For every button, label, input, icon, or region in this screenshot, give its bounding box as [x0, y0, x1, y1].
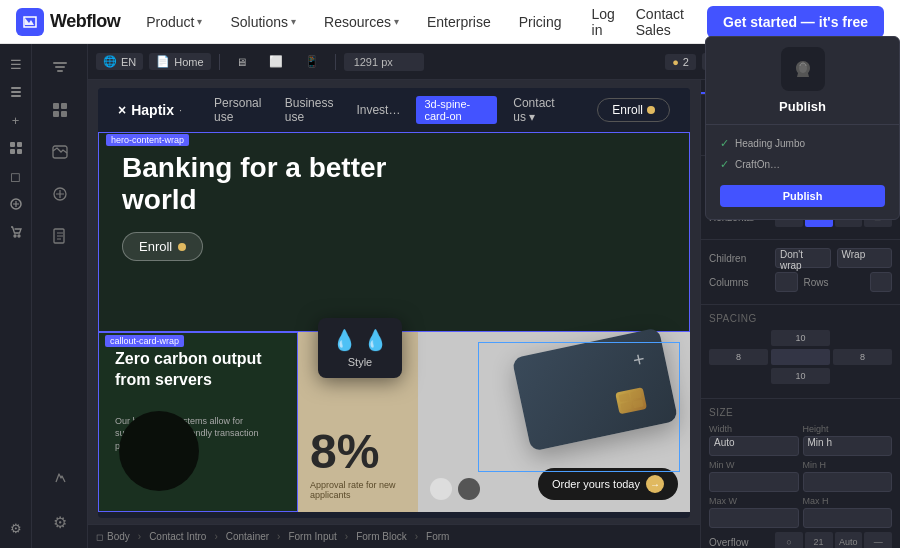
- dark-circle-decoration: [119, 411, 199, 491]
- panel-navigator[interactable]: [42, 52, 78, 88]
- svg-rect-5: [10, 149, 15, 154]
- size-height: Height Min h: [803, 424, 893, 456]
- panel-interactions[interactable]: [42, 462, 78, 498]
- publish-popup: Publish ✓ Heading Jumbo ✓ CraftOn… Publi…: [705, 80, 900, 220]
- bc-form-block[interactable]: Form Block: [356, 531, 407, 542]
- overflow-btn-4[interactable]: —: [864, 532, 892, 548]
- style-tooltip[interactable]: 💧 💧 Style: [318, 318, 402, 378]
- sidebar-menu-icon[interactable]: ☰: [4, 52, 28, 76]
- height-input[interactable]: Min h: [803, 436, 893, 456]
- columns-label: Columns: [709, 277, 769, 288]
- site-nav-contact: Contact us ▾: [513, 96, 565, 124]
- callout-title: Zero carbon output from servers: [115, 349, 281, 391]
- spacing-bottom[interactable]: 10: [771, 368, 830, 384]
- children-input[interactable]: Don't wrap: [775, 248, 831, 268]
- order-btn[interactable]: Order yours today →: [538, 468, 678, 500]
- panel-settings[interactable]: ⚙: [42, 504, 78, 540]
- wrap-input[interactable]: Wrap: [837, 248, 893, 268]
- spacing-left[interactable]: 8: [709, 349, 768, 365]
- bc-container[interactable]: Container: [226, 531, 269, 542]
- sidebar-settings-icon[interactable]: ⚙: [4, 516, 28, 540]
- min-h-input[interactable]: [803, 472, 893, 492]
- toolbar-sep1: [219, 54, 220, 70]
- nav-item-product[interactable]: Product ▾: [136, 8, 212, 36]
- rp-children-row: Children Don't wrap Wrap: [709, 248, 892, 268]
- nav-contact-sales[interactable]: Contact Sales: [632, 0, 695, 44]
- hero-enroll-btn[interactable]: Enroll: [122, 232, 203, 261]
- site-logo: × Haptix ·: [118, 102, 182, 118]
- publish-popup-header: Publish: [706, 80, 899, 125]
- main-container: ☰ + ◻ ⚙: [0, 44, 900, 548]
- min-h-label: Min H: [803, 460, 893, 470]
- toolbar-viewport-desktop[interactable]: 🖥: [228, 54, 255, 70]
- cta-button[interactable]: Get started — it's free: [707, 6, 884, 38]
- rows-input[interactable]: [870, 272, 893, 292]
- site-nav-enroll[interactable]: Enroll: [597, 98, 670, 122]
- sidebar-layers-icon[interactable]: [4, 80, 28, 104]
- site-nav-business: Business use: [285, 96, 341, 124]
- page-icon: 📄: [156, 55, 170, 68]
- nav-login[interactable]: Log in: [588, 0, 620, 44]
- overflow-btn-3[interactable]: Auto: [835, 532, 863, 548]
- spacing-right[interactable]: 8: [833, 349, 892, 365]
- sidebar-cms-icon[interactable]: [4, 192, 28, 216]
- hero-title: Banking for a better world: [122, 152, 402, 216]
- publish-popup-title: Publish: [779, 99, 826, 114]
- nav-item-pricing[interactable]: Pricing: [509, 8, 572, 36]
- lang-flag-icon: 🌐: [103, 55, 117, 68]
- bc-form-input[interactable]: Form Input: [288, 531, 336, 542]
- max-w-input[interactable]: [709, 508, 799, 528]
- toolbar-status-count: ● 2: [665, 54, 696, 70]
- toolbar-lang-badge[interactable]: 🌐 EN: [96, 53, 143, 70]
- svg-rect-4: [17, 142, 22, 147]
- svg-rect-2: [11, 95, 21, 97]
- children-label: Children: [709, 253, 769, 264]
- publish-action-btn[interactable]: Publish: [720, 185, 885, 207]
- width-input[interactable]: Auto: [709, 436, 799, 456]
- bc-form[interactable]: Form: [426, 531, 449, 542]
- svg-rect-10: [53, 62, 67, 64]
- sidebar-assets-icon[interactable]: ◻: [4, 164, 28, 188]
- resources-chevron-icon: ▾: [394, 16, 399, 27]
- toolbar-viewport-tablet[interactable]: ⬜: [261, 53, 291, 70]
- order-arrow-icon: →: [646, 475, 664, 493]
- toolbar-viewport-mobile[interactable]: 📱: [297, 53, 327, 70]
- drop-icon-2: 💧: [363, 328, 388, 352]
- spacing-title: Spacing: [709, 313, 892, 324]
- sidebar-ecomm-icon[interactable]: [4, 220, 28, 244]
- panel-assets[interactable]: [42, 136, 78, 172]
- svg-rect-6: [17, 149, 22, 154]
- overflow-btn-2[interactable]: 21: [805, 532, 833, 548]
- columns-input[interactable]: [775, 272, 798, 292]
- content-area: × Haptix · Personal use Business use Inv…: [88, 80, 900, 548]
- panel-cms[interactable]: [42, 178, 78, 214]
- sidebar-add-icon[interactable]: +: [4, 108, 28, 132]
- rp-size-section: Size Width Auto Height Min h Min: [701, 399, 900, 548]
- rp-spacing-section: Spacing 10 8 8 10: [701, 305, 900, 399]
- overflow-btn-1[interactable]: ○: [775, 532, 803, 548]
- min-w-input[interactable]: [709, 472, 799, 492]
- svg-rect-1: [11, 91, 21, 93]
- style-tooltip-label: Style: [348, 356, 372, 368]
- nav-item-solutions[interactable]: Solutions ▾: [220, 8, 306, 36]
- spacing-top[interactable]: 10: [771, 330, 830, 346]
- svg-rect-16: [61, 111, 67, 117]
- panel-components[interactable]: [42, 94, 78, 130]
- svg-point-8: [14, 235, 16, 237]
- panel-pages[interactable]: [42, 220, 78, 256]
- size-min-h: Min H: [803, 460, 893, 492]
- size-row-maxmax: Max W Max H: [709, 496, 892, 528]
- nav-item-enterprise[interactable]: Enterprise: [417, 8, 501, 36]
- sidebar-components-icon[interactable]: [4, 136, 28, 160]
- size-max-h: Max H: [803, 496, 893, 528]
- nav-logo[interactable]: Webflow: [16, 8, 120, 36]
- bc-body[interactable]: ◻ Body: [96, 531, 130, 542]
- toolbar-page-badge[interactable]: 📄 Home: [149, 53, 210, 70]
- max-h-input[interactable]: [803, 508, 893, 528]
- hero-label: hero-content-wrap: [106, 134, 189, 146]
- nav-item-resources[interactable]: Resources ▾: [314, 8, 409, 36]
- bc-contact[interactable]: Contact Intro: [149, 531, 206, 542]
- toolbar-sep2: [335, 54, 336, 70]
- svg-rect-11: [55, 66, 65, 68]
- canvas-area[interactable]: × Haptix · Personal use Business use Inv…: [88, 80, 700, 548]
